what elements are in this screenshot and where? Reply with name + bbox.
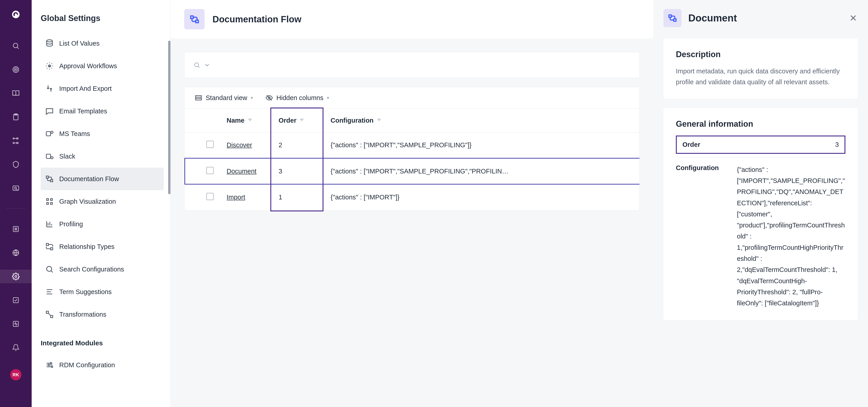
- sidebar-item-search-configurations[interactable]: Search Configurations: [41, 258, 164, 280]
- sidebar-item-label: Relationship Types: [59, 243, 115, 250]
- user-avatar[interactable]: RK: [10, 369, 22, 380]
- sidebar-item-profiling[interactable]: Profiling: [41, 213, 164, 235]
- app-logo[interactable]: [10, 9, 21, 20]
- svg-rect-24: [51, 179, 53, 182]
- column-header-order[interactable]: Order: [273, 109, 325, 132]
- configuration-value: {"actions" : ["IMPORT","SAMPLE_PROFILING…: [737, 164, 845, 309]
- sidebar-item-relationship-types[interactable]: Relationship Types: [41, 235, 164, 258]
- table-row[interactable]: Discover 2 {"actions" : ["IMPORT","SAMPL…: [185, 132, 640, 158]
- sidebar-item-label: Transformations: [59, 311, 106, 318]
- sidebar-item-rdm-configuration[interactable]: RDM Configuration: [41, 354, 164, 376]
- gear-check-icon: [45, 62, 54, 70]
- nav-divider: [6, 208, 25, 209]
- search-bar[interactable]: [184, 52, 640, 78]
- sidebar-item-term-suggestions[interactable]: Term Suggestions: [41, 280, 164, 303]
- row-name-link[interactable]: Document: [227, 168, 256, 175]
- nav-globe-icon[interactable]: [0, 246, 32, 260]
- svg-rect-33: [51, 315, 53, 318]
- sidebar-item-label: MS Teams: [59, 130, 90, 138]
- detail-title: Document: [688, 12, 842, 24]
- order-label: Order: [682, 141, 700, 148]
- nav-list-icon[interactable]: [0, 222, 32, 236]
- svg-point-7: [13, 142, 14, 144]
- sidebar-item-approval-workflows[interactable]: Approval Workflows: [41, 55, 164, 77]
- sidebar-item-list-of-values[interactable]: List Of Values: [41, 32, 164, 55]
- svg-rect-38: [196, 20, 198, 23]
- sort-icon: [299, 117, 305, 124]
- sliders-icon: [45, 361, 54, 369]
- svg-rect-27: [46, 203, 49, 204]
- configuration-label: Configuration: [676, 164, 730, 309]
- svg-rect-28: [51, 203, 53, 204]
- nav-inspect-icon[interactable]: [0, 181, 32, 195]
- nav-check-icon[interactable]: [0, 294, 32, 307]
- nav-book-icon[interactable]: [0, 87, 32, 100]
- svg-rect-26: [51, 199, 53, 200]
- sidebar-item-import-export[interactable]: Import And Export: [41, 77, 164, 100]
- sidebar-item-label: List Of Values: [59, 40, 99, 47]
- general-info-card: General information Order 3 Configuratio…: [663, 108, 858, 320]
- main-area: Documentation Flow Standard view ▾ Hidde…: [170, 0, 868, 407]
- description-card: Description Import metadata, run quick d…: [663, 38, 858, 99]
- row-order: 3: [273, 158, 325, 184]
- nav-bell-icon[interactable]: [0, 341, 32, 354]
- svg-rect-19: [46, 132, 51, 136]
- settings-sidebar: Global Settings List Of Values Approval …: [32, 0, 170, 407]
- sidebar-item-label: Documentation Flow: [59, 175, 119, 183]
- sidebar-item-slack[interactable]: Slack: [41, 145, 164, 168]
- svg-rect-23: [46, 176, 49, 178]
- table-row[interactable]: Document 3 {"actions" : ["IMPORT","SAMPL…: [185, 158, 640, 184]
- chevron-down-icon[interactable]: [204, 62, 211, 68]
- eye-off-icon: [266, 94, 273, 102]
- sidebar-title: Global Settings: [41, 13, 170, 23]
- nav-clipboard-icon[interactable]: [0, 110, 32, 124]
- table-card: Standard view ▾ Hidden columns ▾: [184, 87, 640, 210]
- sidebar-scrollbar[interactable]: [168, 41, 170, 194]
- hidden-columns-toggle[interactable]: Hidden columns ▾: [266, 94, 329, 102]
- svg-point-34: [50, 363, 52, 364]
- nav-lineage-icon[interactable]: [0, 134, 32, 147]
- row-checkbox[interactable]: [206, 167, 214, 174]
- table-row[interactable]: Import 1 {"actions" : ["IMPORT"]}: [185, 184, 640, 210]
- chat-icon: [45, 107, 54, 115]
- order-field[interactable]: Order 3: [676, 136, 845, 154]
- sidebar-item-transformations[interactable]: Transformations: [41, 303, 164, 326]
- flow-icon: [184, 9, 205, 29]
- column-header-name[interactable]: Name: [221, 109, 273, 132]
- row-order: 1: [273, 184, 325, 210]
- svg-point-17: [46, 40, 52, 42]
- svg-rect-30: [51, 248, 53, 250]
- nav-search-icon[interactable]: [0, 39, 32, 53]
- standard-view-label: Standard view: [206, 94, 247, 102]
- row-name-link[interactable]: Import: [227, 194, 245, 201]
- table-icon: [195, 94, 202, 102]
- chevron-down-icon: ▾: [251, 95, 253, 101]
- nav-activity-icon[interactable]: [0, 317, 32, 331]
- sidebar-item-ms-teams[interactable]: MS Teams: [41, 123, 164, 145]
- sidebar-item-documentation-flow[interactable]: Documentation Flow: [41, 168, 164, 190]
- sidebar-item-email-templates[interactable]: Email Templates: [41, 100, 164, 123]
- import-export-icon: [45, 84, 54, 93]
- nav-target-icon[interactable]: [0, 63, 32, 76]
- svg-point-14: [15, 276, 17, 278]
- svg-rect-10: [13, 186, 19, 191]
- sidebar-item-label: Search Configurations: [59, 266, 124, 273]
- row-checkbox[interactable]: [206, 141, 214, 148]
- search-icon: [193, 62, 200, 68]
- svg-point-6: [13, 138, 14, 139]
- close-button[interactable]: ✕: [849, 13, 858, 23]
- svg-point-22: [51, 157, 53, 159]
- column-header-configuration[interactable]: Configuration: [325, 109, 640, 132]
- detail-header: Document ✕: [663, 9, 858, 27]
- row-checkbox[interactable]: [206, 193, 214, 200]
- nav-shield-icon[interactable]: [0, 158, 32, 171]
- svg-point-11: [14, 187, 17, 189]
- nav-rail: RK: [0, 0, 32, 407]
- svg-point-20: [51, 131, 53, 134]
- svg-rect-37: [191, 16, 193, 18]
- sidebar-item-graph-visualization[interactable]: Graph Visualization: [41, 190, 164, 213]
- nav-settings-icon[interactable]: [0, 270, 32, 283]
- svg-rect-15: [13, 298, 19, 303]
- standard-view-toggle[interactable]: Standard view ▾: [195, 94, 253, 102]
- row-name-link[interactable]: Discover: [227, 141, 252, 148]
